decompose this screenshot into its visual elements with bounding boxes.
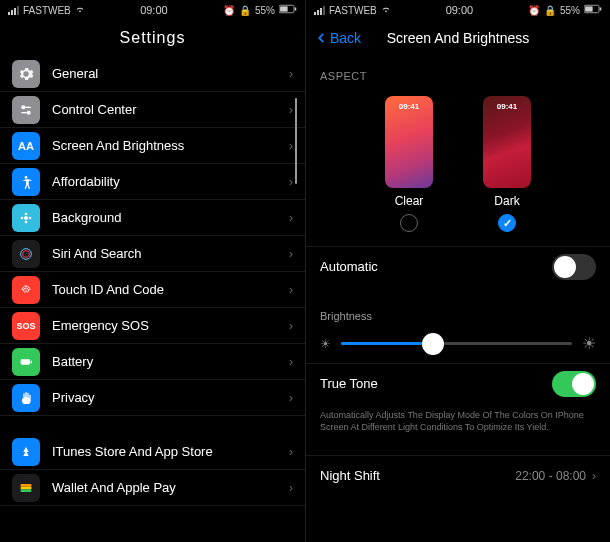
accessibility-icon bbox=[12, 168, 40, 196]
svg-rect-1 bbox=[280, 6, 288, 11]
chevron-right-icon: › bbox=[289, 175, 293, 189]
chevron-right-icon: › bbox=[289, 355, 293, 369]
svg-rect-17 bbox=[585, 6, 593, 11]
carrier-label: FASTWEB bbox=[329, 5, 377, 16]
signal-icon bbox=[314, 6, 325, 15]
svg-rect-12 bbox=[31, 360, 32, 363]
menu-affordability[interactable]: Affordability › bbox=[0, 164, 305, 200]
svg-rect-14 bbox=[21, 486, 32, 489]
automatic-label: Automatic bbox=[320, 259, 552, 274]
alarm-icon: ⏰ bbox=[223, 5, 235, 16]
automatic-row: Automatic bbox=[306, 246, 610, 286]
nightshift-row[interactable]: Night Shift 22:00 - 08:00 › bbox=[306, 455, 610, 495]
automatic-toggle[interactable] bbox=[552, 254, 596, 280]
menu-label: Background bbox=[52, 210, 289, 225]
thumb-time: 09:41 bbox=[483, 102, 531, 111]
svg-point-5 bbox=[27, 110, 31, 114]
status-time: 09:00 bbox=[140, 4, 168, 16]
clear-label: Clear bbox=[395, 194, 424, 208]
svg-rect-2 bbox=[295, 8, 297, 11]
menu-label: Touch ID And Code bbox=[52, 282, 289, 297]
settings-menu: General › Control Center › AA Screen And… bbox=[0, 56, 305, 506]
dark-label: Dark bbox=[494, 194, 519, 208]
menu-touchid[interactable]: Touch ID And Code › bbox=[0, 272, 305, 308]
menu-label: Wallet And Apple Pay bbox=[52, 480, 289, 495]
battery-percent: 55% bbox=[560, 5, 580, 16]
light-thumbnail: 09:41 bbox=[385, 96, 433, 188]
chevron-right-icon: › bbox=[289, 319, 293, 333]
appearance-clear[interactable]: 09:41 Clear bbox=[385, 96, 433, 232]
page-title: Settings bbox=[120, 29, 186, 47]
menu-wallet[interactable]: Wallet And Apple Pay › bbox=[0, 470, 305, 506]
nightshift-value: 22:00 - 08:00 bbox=[515, 469, 586, 483]
dark-radio[interactable] bbox=[498, 214, 516, 232]
svg-rect-11 bbox=[21, 359, 30, 364]
scroll-indicator bbox=[295, 98, 297, 184]
chevron-left-icon bbox=[314, 31, 328, 45]
chevron-right-icon: › bbox=[289, 67, 293, 81]
svg-rect-13 bbox=[21, 484, 32, 487]
menu-label: General bbox=[52, 66, 289, 81]
siri-icon bbox=[12, 240, 40, 268]
back-label: Back bbox=[330, 30, 361, 46]
text-size-icon: AA bbox=[12, 132, 40, 160]
wifi-icon bbox=[381, 4, 391, 16]
aspect-header: ASPECT bbox=[306, 56, 610, 88]
chevron-right-icon: › bbox=[289, 247, 293, 261]
wallet-icon bbox=[12, 474, 40, 502]
menu-label: Affordability bbox=[52, 174, 289, 189]
nav-bar: Settings bbox=[0, 20, 305, 56]
chevron-right-icon: › bbox=[289, 391, 293, 405]
chevron-right-icon: › bbox=[592, 469, 596, 483]
switches-icon bbox=[12, 96, 40, 124]
nightshift-label: Night Shift bbox=[320, 468, 515, 483]
menu-general[interactable]: General › bbox=[0, 56, 305, 92]
battery-icon bbox=[12, 348, 40, 376]
truetone-label: True Tone bbox=[320, 376, 552, 391]
section-gap bbox=[306, 445, 610, 455]
menu-battery[interactable]: Battery › bbox=[0, 344, 305, 380]
gear-icon bbox=[12, 60, 40, 88]
wifi-icon bbox=[75, 4, 85, 16]
menu-itunes[interactable]: ITunes Store And App Store › bbox=[0, 434, 305, 470]
page-title: Screen And Brightness bbox=[387, 30, 529, 46]
signal-icon bbox=[8, 6, 19, 15]
menu-siri[interactable]: Siri And Search › bbox=[0, 236, 305, 272]
menu-label: ITunes Store And App Store bbox=[52, 444, 289, 459]
battery-icon bbox=[584, 4, 602, 16]
clear-radio[interactable] bbox=[400, 214, 418, 232]
status-bar: FASTWEB 09:00 ⏰ 🔒 55% bbox=[306, 0, 610, 20]
svg-point-10 bbox=[23, 250, 30, 257]
section-gap bbox=[306, 286, 610, 300]
menu-privacy[interactable]: Privacy › bbox=[0, 380, 305, 416]
menu-label: Screen And Brightness bbox=[52, 138, 289, 153]
battery-icon bbox=[279, 4, 297, 16]
appearance-dark[interactable]: 09:41 Dark bbox=[483, 96, 531, 232]
chevron-right-icon: › bbox=[289, 211, 293, 225]
chevron-right-icon: › bbox=[289, 445, 293, 459]
thumb-time: 09:41 bbox=[385, 102, 433, 111]
menu-label: Control Center bbox=[52, 102, 289, 117]
back-button[interactable]: Back bbox=[314, 30, 361, 46]
menu-background[interactable]: Background › bbox=[0, 200, 305, 236]
sun-small-icon: ☀ bbox=[320, 337, 331, 351]
dark-thumbnail: 09:41 bbox=[483, 96, 531, 188]
appstore-icon bbox=[12, 438, 40, 466]
menu-sos[interactable]: SOS Emergency SOS › bbox=[0, 308, 305, 344]
truetone-row: True Tone bbox=[306, 363, 610, 403]
brightness-slider[interactable] bbox=[341, 342, 572, 345]
status-bar: FASTWEB 09:00 ⏰ 🔒 55% bbox=[0, 0, 305, 20]
menu-control-center[interactable]: Control Center › bbox=[0, 92, 305, 128]
chevron-right-icon: › bbox=[289, 103, 293, 117]
menu-screen-brightness[interactable]: AA Screen And Brightness › bbox=[0, 128, 305, 164]
alarm-icon: ⏰ bbox=[528, 5, 540, 16]
sos-icon: SOS bbox=[12, 312, 40, 340]
svg-rect-15 bbox=[21, 489, 32, 492]
svg-rect-4 bbox=[25, 106, 30, 107]
brightness-header: Brightness bbox=[320, 310, 596, 322]
battery-percent: 55% bbox=[255, 5, 275, 16]
truetone-toggle[interactable] bbox=[552, 371, 596, 397]
menu-label: Emergency SOS bbox=[52, 318, 289, 333]
lock-icon: 🔒 bbox=[239, 5, 251, 16]
brightness-section: Brightness ☀ ☀ bbox=[306, 300, 610, 353]
